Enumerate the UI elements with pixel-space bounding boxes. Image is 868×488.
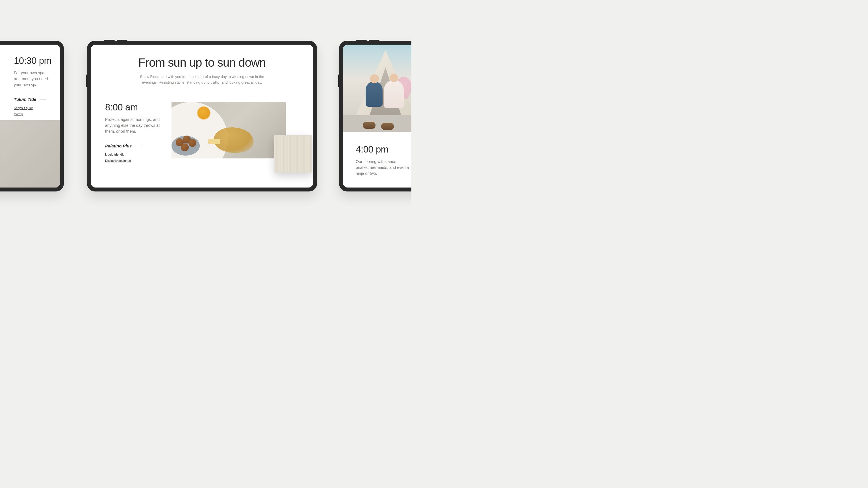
- product-label: Tulum Tide: [14, 97, 36, 102]
- screen-right: 4:00 pm Our flooring withstands pirates,…: [343, 44, 411, 188]
- tablet-left: 10:30 pm For your own spa treatment you …: [0, 41, 64, 192]
- screen-center: From sun up to sun down Shaw Floors are …: [91, 44, 313, 188]
- tablet-center: From sun up to sun down Shaw Floors are …: [87, 41, 317, 192]
- breakfast-spill-image: [172, 102, 286, 158]
- product-name: Palatino Plus: [105, 143, 160, 148]
- divider-line-icon: [135, 146, 141, 146]
- tablet-right: 4:00 pm Our flooring withstands pirates,…: [339, 41, 411, 192]
- breakfast-image-area: [172, 102, 299, 162]
- time-heading: 4:00 pm: [356, 144, 411, 155]
- time-description: For your own spa treatment you need your…: [14, 70, 52, 88]
- feature-link[interactable]: Liquid friendly: [105, 153, 160, 156]
- screen-left: 10:30 pm For your own spa treatment you …: [0, 44, 60, 188]
- time-heading: 8:00 am: [105, 102, 160, 113]
- flooring-swatch[interactable]: [274, 135, 312, 172]
- hero-title: From sun up to sun down: [91, 56, 313, 69]
- kids-playing-image: [343, 44, 411, 132]
- feature-link[interactable]: Keeps it quiet: [14, 106, 60, 109]
- time-description: Protects against mornings, and anything …: [105, 117, 160, 134]
- feature-link[interactable]: Comfy: [14, 112, 60, 116]
- bathroom-image: [0, 120, 60, 188]
- time-heading: 10:30 pm: [14, 55, 60, 66]
- divider-line-icon: [39, 99, 46, 99]
- feature-link[interactable]: Distinctly designed: [105, 159, 160, 162]
- product-label: Palatino Plus: [105, 143, 132, 148]
- hero-subtitle: Shaw Floors are with you from the start …: [140, 74, 264, 85]
- product-name: Tulum Tide: [14, 97, 60, 102]
- time-description: Our flooring withstands pirates, mermaid…: [356, 159, 409, 176]
